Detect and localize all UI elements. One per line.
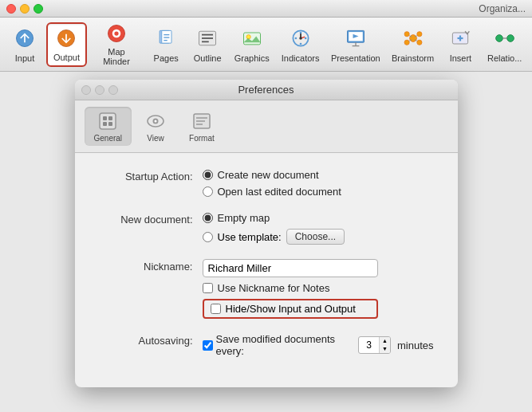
new-doc-empty-radio[interactable] [203, 213, 213, 223]
outline-icon [195, 26, 220, 51]
startup-open-last-label[interactable]: Open last edited document [218, 186, 341, 198]
svg-point-26 [409, 35, 416, 42]
svg-rect-45 [108, 122, 112, 126]
nickname-controls: Use Nickname for Notes Hide/Show Input a… [203, 259, 378, 319]
new-document-controls: Empty map Use template: Choose... [203, 212, 345, 245]
autosave-checkbox[interactable] [203, 340, 213, 351]
close-button[interactable] [6, 4, 16, 14]
new-doc-template-label[interactable]: Use template: [218, 231, 282, 243]
prefs-close-btn[interactable] [81, 85, 91, 95]
preferences-window: Preferences General [75, 80, 458, 387]
startup-action-row: Startup Action: Create new document Open… [99, 169, 434, 198]
autosave-decrement-button[interactable]: ▼ [380, 345, 390, 353]
tab-format[interactable]: Format [179, 107, 224, 146]
prefs-traffic-lights [81, 85, 118, 95]
new-document-row: New document: Empty map Use template: Ch… [99, 212, 434, 245]
new-document-label: New document: [99, 212, 203, 226]
svg-rect-44 [103, 122, 107, 126]
autosave-increment-button[interactable]: ▲ [380, 337, 390, 345]
graphics-icon [239, 26, 265, 51]
toolbar-item-insert[interactable]: Insert [440, 22, 480, 67]
svg-rect-42 [103, 116, 107, 120]
maximize-button[interactable] [33, 4, 43, 14]
use-nickname-checkbox[interactable] [203, 283, 213, 293]
startup-create-new-label[interactable]: Create new document [218, 169, 319, 181]
app-title-bar: Organiza... [0, 0, 532, 18]
prefs-content: Startup Action: Create new document Open… [75, 153, 458, 387]
hide-show-label[interactable]: Hide/Show Input and Output [226, 303, 356, 315]
app-traffic-lights [6, 4, 43, 14]
toolbar-item-presentation[interactable]: Presentation [326, 22, 385, 67]
new-doc-empty-row: Empty map [203, 212, 345, 224]
output-icon [53, 27, 79, 50]
format-icon [191, 110, 213, 132]
tab-format-label: Format [189, 134, 215, 143]
svg-point-30 [416, 40, 421, 45]
general-icon [97, 110, 119, 132]
toolbar-item-graphics[interactable]: Graphics [229, 22, 274, 67]
startup-open-last-radio[interactable] [203, 186, 213, 197]
pages-icon [153, 26, 179, 51]
toolbar-item-brainstorm[interactable]: Brainstorm [387, 22, 439, 67]
toolbar-item-input[interactable]: Input [5, 22, 45, 67]
toolbar-graphics-label: Graphics [234, 53, 270, 63]
svg-point-39 [506, 35, 514, 42]
toolbar-item-outline[interactable]: Outline [187, 22, 227, 67]
svg-point-48 [155, 120, 157, 123]
startup-create-new-row: Create new document [203, 169, 341, 181]
hide-show-highlight: Hide/Show Input and Output [203, 299, 378, 319]
autosaving-controls: Save modified documents every: 3 ▲ ▼ min… [203, 333, 434, 357]
use-nickname-label[interactable]: Use Nickname for Notes [218, 282, 330, 294]
prefs-title: Preferences [238, 84, 294, 96]
startup-create-new-radio[interactable] [203, 170, 213, 180]
prefs-tabs-toolbar: General View Format [75, 100, 458, 153]
svg-rect-6 [162, 30, 171, 43]
svg-point-4 [114, 31, 118, 35]
nickname-label: Nickname: [99, 259, 203, 273]
presentation-icon [343, 26, 368, 51]
nickname-input[interactable] [203, 259, 378, 277]
startup-open-last-row: Open last edited document [203, 186, 341, 198]
svg-point-21 [294, 37, 297, 40]
startup-action-label: Startup Action: [99, 169, 203, 182]
autosave-interval-value: 3 [359, 339, 379, 351]
autosave-save-label[interactable]: Save modified documents every: [216, 333, 356, 357]
toolbar-item-output[interactable]: Output [46, 22, 87, 67]
tab-view[interactable]: View [135, 107, 176, 146]
relatio-icon [492, 26, 518, 51]
new-doc-template-row: Use template: Choose... [203, 229, 345, 245]
toolbar-indicators-label: Indicators [282, 53, 320, 63]
svg-point-17 [299, 37, 302, 40]
indicators-icon [288, 26, 313, 51]
toolbar-output-label: Output [53, 53, 80, 62]
new-doc-empty-label[interactable]: Empty map [218, 212, 270, 224]
choose-template-button[interactable]: Choose... [286, 229, 345, 245]
hide-show-checkbox[interactable] [211, 304, 221, 314]
toolbar-brainstorm-label: Brainstorm [392, 53, 434, 63]
startup-action-controls: Create new document Open last edited doc… [203, 169, 341, 198]
tab-view-label: View [147, 134, 164, 143]
toolbar-map-minder-label: Map Minder [95, 47, 138, 66]
toolbar-item-relatio[interactable]: Relatio... [482, 22, 527, 67]
toolbar-item-pages[interactable]: Pages [146, 22, 186, 67]
minimize-button[interactable] [20, 4, 30, 14]
view-icon [144, 110, 167, 132]
svg-rect-43 [108, 116, 112, 120]
prefs-minimize-btn[interactable] [95, 85, 104, 95]
tab-general[interactable]: General [85, 107, 132, 146]
svg-point-20 [299, 43, 301, 45]
input-icon [12, 26, 37, 51]
new-doc-template-radio[interactable] [203, 232, 213, 242]
prefs-zoom-btn[interactable] [108, 85, 118, 95]
toolbar-item-map-minder[interactable]: Map Minder [89, 22, 144, 67]
svg-rect-41 [100, 113, 116, 129]
toolbar-item-indicators[interactable]: Indicators [276, 22, 325, 67]
autosaving-row: Autosaving: Save modified documents ever… [99, 333, 434, 357]
tab-general-label: General [94, 134, 123, 143]
autosaving-label: Autosaving: [99, 333, 203, 347]
autosave-spinner-arrows: ▲ ▼ [379, 337, 390, 354]
svg-point-15 [246, 35, 250, 39]
autosave-inner: Save modified documents every: 3 ▲ ▼ min… [203, 333, 434, 357]
brainstorm-icon [400, 26, 426, 51]
main-toolbar: Input Output Map Minder [0, 18, 532, 72]
